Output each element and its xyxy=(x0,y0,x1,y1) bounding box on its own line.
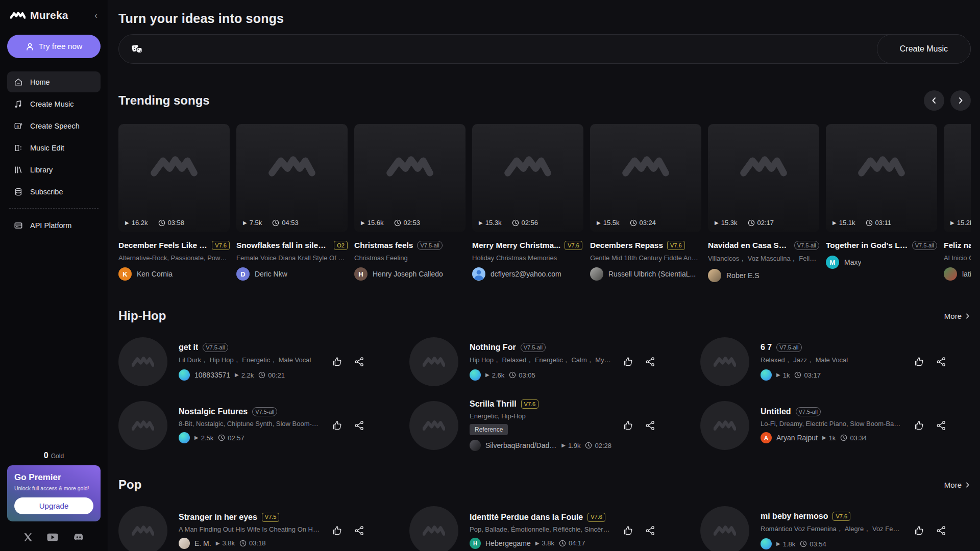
share-button[interactable] xyxy=(936,357,946,367)
carousel-prev-button[interactable] xyxy=(924,90,944,111)
share-button[interactable] xyxy=(354,357,364,367)
like-button[interactable] xyxy=(623,356,634,367)
share-button[interactable] xyxy=(645,525,655,536)
like-button[interactable] xyxy=(332,356,343,367)
sidebar-item-create-music[interactable]: Create Music xyxy=(7,93,101,114)
try-free-button[interactable]: Try free now xyxy=(7,35,101,58)
song-tags: Gentle Mid 18th Century Fiddle And ... xyxy=(590,254,701,262)
song-title[interactable]: Nothing For xyxy=(470,343,516,352)
trending-card-artwork[interactable]: ▶15.3k02:17 xyxy=(708,124,819,232)
song-title[interactable]: Navidad en Casa Sán... xyxy=(708,241,790,250)
song-meta-row: ▶1k03:17 xyxy=(761,369,902,381)
artist-row[interactable]: MMaxy xyxy=(826,256,937,269)
play-icon: ▶ xyxy=(535,541,540,546)
song-thumbnail[interactable] xyxy=(118,506,167,551)
song-title[interactable]: Feliz nav xyxy=(944,241,971,250)
sidebar-item-api-platform[interactable]: API Platform xyxy=(7,215,101,236)
song-prompt-bar[interactable]: Create Music xyxy=(118,34,971,64)
upgrade-button[interactable]: Upgrade xyxy=(14,497,93,514)
sidebar-item-create-speech[interactable]: aCreate Speech xyxy=(7,115,101,136)
share-button[interactable] xyxy=(354,525,364,536)
song-title[interactable]: Decembers Repass xyxy=(590,241,663,250)
list-item: 6 7V7.5-allRelaxed， Jazz， Male Vocal▶1k0… xyxy=(700,337,971,386)
song-title-row: Feliz navV7.5-all xyxy=(944,241,971,250)
sidebar-item-label: Create Speech xyxy=(30,122,80,130)
artist-name: Hebergegame xyxy=(485,539,531,547)
share-button[interactable] xyxy=(936,420,946,431)
x-icon[interactable] xyxy=(23,533,33,542)
discord-icon[interactable] xyxy=(73,533,84,542)
artist-row[interactable]: lati xyxy=(944,267,971,281)
share-button[interactable] xyxy=(645,357,655,367)
song-title[interactable]: December Feels Like You xyxy=(118,241,208,250)
sidebar-item-library[interactable]: Library xyxy=(7,159,101,180)
song-thumbnail[interactable] xyxy=(118,401,167,450)
sidebar-item-subscribe[interactable]: Subscribe xyxy=(7,181,101,202)
song-thumbnail[interactable] xyxy=(700,401,749,450)
song-title[interactable]: mi beby hermoso xyxy=(761,512,828,521)
artist-row[interactable]: dcflyers2@yahoo.com xyxy=(472,267,583,281)
dice-icon[interactable] xyxy=(131,43,143,55)
trending-card-artwork[interactable]: ▶15.3k02:56 xyxy=(472,124,583,232)
youtube-icon[interactable] xyxy=(47,533,58,541)
song-title[interactable]: Untitled xyxy=(761,407,791,416)
play-icon: ▶ xyxy=(832,220,837,226)
song-thumbnail[interactable] xyxy=(700,506,749,551)
song-title[interactable]: get it xyxy=(179,343,198,352)
song-title[interactable]: Together in God's Light xyxy=(826,241,908,250)
trending-card-artwork[interactable]: ▶15.1k03:11 xyxy=(826,124,937,232)
song-title[interactable]: Nostalgic Futures xyxy=(179,407,248,416)
song-title[interactable]: Merry Merry Christma... xyxy=(472,241,560,250)
trending-card-artwork[interactable]: ▶15.6k02:53 xyxy=(354,124,465,232)
play-icon: ▶ xyxy=(561,443,566,448)
song-tags: Pop, Ballade, Émotionnelle, Réfléchie, S… xyxy=(470,525,611,533)
like-button[interactable] xyxy=(623,420,634,431)
song-title[interactable]: Stranger in her eyes xyxy=(179,513,257,522)
artist-row[interactable]: HHenry Joseph Calledo xyxy=(354,267,465,281)
sidebar-item-music-edit[interactable]: Music Edit xyxy=(7,137,101,158)
sidebar-item-label: Home xyxy=(30,78,50,86)
song-title[interactable]: Scrilla Thrill xyxy=(470,399,517,409)
artist-row[interactable]: Rober E.S xyxy=(708,269,819,282)
version-badge: V7.5-all xyxy=(776,343,801,352)
like-button[interactable] xyxy=(914,525,925,536)
trending-card-artwork[interactable]: ▶15.5k03:24 xyxy=(590,124,701,232)
song-title[interactable]: Identité Perdue dans la Foule xyxy=(470,513,583,522)
sidebar-item-home[interactable]: Home xyxy=(7,71,101,92)
like-button[interactable] xyxy=(623,525,634,536)
brand-header: Mureka ‹ xyxy=(7,9,101,21)
song-thumbnail[interactable] xyxy=(409,337,458,386)
like-button[interactable] xyxy=(332,525,343,536)
song-title[interactable]: Snowflakes fall in silent... xyxy=(236,241,330,250)
song-thumbnail[interactable] xyxy=(700,337,749,386)
share-button[interactable] xyxy=(936,525,946,536)
go-premier-card: Go Premier Unlock full access & more gol… xyxy=(7,465,101,521)
artist-row[interactable]: DDeric Nkw xyxy=(236,267,348,281)
gold-unit: Gold xyxy=(51,453,64,460)
collapse-sidebar-button[interactable]: ‹ xyxy=(91,10,101,21)
song-thumbnail[interactable] xyxy=(409,401,458,450)
song-title[interactable]: 6 7 xyxy=(761,343,772,352)
pop-more-link[interactable]: More xyxy=(944,481,971,489)
reference-tag: Reference xyxy=(470,424,508,435)
like-button[interactable] xyxy=(914,356,925,367)
trending-card-stats: ▶15.3k02:56 xyxy=(479,219,538,227)
share-button[interactable] xyxy=(354,420,364,431)
hiphop-title: Hip-Hop xyxy=(118,309,166,323)
like-button[interactable] xyxy=(332,420,343,431)
like-button[interactable] xyxy=(914,420,925,431)
mureka-watermark-icon xyxy=(858,154,905,181)
share-button[interactable] xyxy=(645,420,655,431)
song-title[interactable]: Christmas feels xyxy=(354,241,413,250)
trending-card-artwork[interactable]: ▶7.5k04:53 xyxy=(236,124,348,232)
hiphop-more-link[interactable]: More xyxy=(944,312,971,320)
song-meta-row: SilverbaqBrand/DadaWarz▶1.9k02:28 xyxy=(470,440,611,451)
artist-row[interactable]: Russell Ulbrich (ScientiaL... xyxy=(590,267,701,281)
trending-card-artwork[interactable]: ▶16.2k03:58 xyxy=(118,124,230,232)
carousel-next-button[interactable] xyxy=(950,90,971,111)
song-thumbnail[interactable] xyxy=(409,506,458,551)
artist-row[interactable]: KKen Cornia xyxy=(118,267,230,281)
trending-card-artwork[interactable]: ▶15.2k xyxy=(944,124,971,232)
create-music-button[interactable]: Create Music xyxy=(877,34,971,64)
song-thumbnail[interactable] xyxy=(118,337,167,386)
